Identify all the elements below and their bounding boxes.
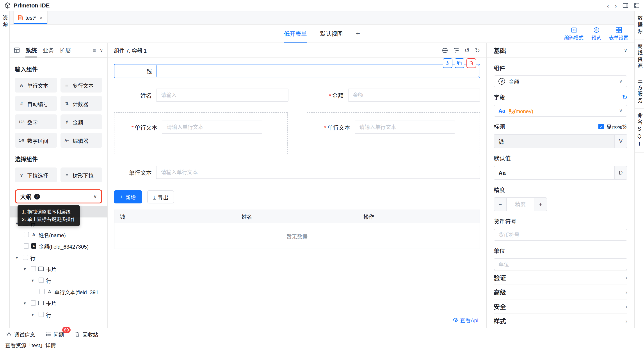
component-number-range[interactable]: 1-9数字区间 <box>15 133 57 148</box>
caret-down-icon[interactable]: ▾ <box>16 255 20 260</box>
component-number[interactable]: 123数字 <box>15 114 57 129</box>
component-editor[interactable]: A≡编辑器 <box>60 133 102 148</box>
code-mode-button[interactable]: 编码模式 <box>564 26 584 40</box>
currency-symbol-input[interactable] <box>494 229 627 241</box>
show-label-checkbox[interactable]: ✓ <box>598 124 604 129</box>
nav-back-icon[interactable]: ‹ <box>607 2 609 8</box>
caret-down-icon[interactable]: ▾ <box>32 312 36 317</box>
layout-toggle-icon[interactable] <box>622 3 628 8</box>
minus-button[interactable]: − <box>494 197 507 211</box>
section-security[interactable]: 安全› <box>494 299 627 314</box>
plus-button[interactable]: + <box>534 197 547 211</box>
tab-extension[interactable]: 扩展 <box>60 43 71 58</box>
tree-checkbox[interactable] <box>31 266 36 272</box>
preview-button[interactable]: 预览 <box>592 26 601 40</box>
section-validation[interactable]: 验证› <box>494 270 627 284</box>
resources-strip-label[interactable]: 资源 <box>0 15 9 28</box>
form-settings-button[interactable]: 表单设置 <box>609 26 628 40</box>
globe-icon[interactable] <box>442 47 448 53</box>
money-field-input[interactable] <box>156 65 479 77</box>
name-field-input[interactable] <box>156 88 288 102</box>
section-style[interactable]: 样式› <box>494 314 627 328</box>
tree-checkbox[interactable] <box>24 243 29 248</box>
component-tree-dropdown[interactable]: ≡树形下拉 <box>60 168 102 182</box>
field-settings-button[interactable] <box>443 58 452 68</box>
export-button[interactable]: ↓导出 <box>147 190 174 204</box>
tree-checkbox[interactable] <box>31 300 36 306</box>
amount-field-input[interactable] <box>348 88 480 102</box>
card1-text-input[interactable] <box>162 120 262 134</box>
caret-down-icon[interactable]: ▾ <box>24 266 28 271</box>
view-tab-form[interactable]: 低开表单 <box>284 24 307 42</box>
recycle-bin-button[interactable]: 回收站 <box>74 330 98 338</box>
view-tab-default[interactable]: 默认视图 <box>320 24 343 42</box>
section-advanced[interactable]: 高级› <box>494 284 627 299</box>
field-delete-button[interactable] <box>466 58 476 68</box>
component-money[interactable]: ¥金额 <box>60 114 102 129</box>
debug-info-button[interactable]: 调试信息 <box>6 330 35 338</box>
tree-checkbox[interactable] <box>23 255 28 260</box>
add-view-button[interactable]: + <box>356 24 360 42</box>
table-header-actions: 操作 <box>358 210 480 223</box>
layout-grid-icon[interactable] <box>14 43 20 58</box>
caret-down-icon[interactable]: ▾ <box>32 278 36 282</box>
tree-checkbox[interactable] <box>38 312 44 317</box>
data-table: 钱 姓名 操作 暂无数据 <box>114 210 480 249</box>
tree-checkbox[interactable] <box>38 278 44 283</box>
tree-checkbox[interactable] <box>24 232 29 237</box>
strip-item-named-sql[interactable]: 命名SQl <box>635 109 644 152</box>
outline-section-header[interactable]: 大纲 i ∨ <box>15 190 102 204</box>
tab-close-icon[interactable]: × <box>40 14 43 21</box>
nav-forward-icon[interactable]: › <box>615 2 617 8</box>
tree-row-card[interactable]: ▾卡片 <box>15 297 102 309</box>
panel-menu-icon[interactable]: ≡ <box>92 47 96 54</box>
field-select[interactable]: Aa 钱(money) ∨ <box>494 105 627 117</box>
title-variable-button[interactable]: V <box>614 134 627 148</box>
card-container-1[interactable]: *单行文本 <box>114 112 287 154</box>
card-container-2[interactable]: *单行文本 <box>307 112 480 154</box>
precision-input[interactable] <box>507 197 534 211</box>
chevron-down-icon[interactable]: ∨ <box>624 47 627 53</box>
component-auto-number[interactable]: #自动编号 <box>15 96 57 111</box>
redo-icon[interactable]: ↻ <box>475 47 480 53</box>
document-tab-test[interactable]: test* × <box>13 12 48 24</box>
table-header-name: 姓名 <box>236 210 358 223</box>
tree-row-name-field[interactable]: A姓名(name) <box>15 229 102 240</box>
caret-down-icon[interactable]: ▾ <box>24 300 28 306</box>
tree-row-row[interactable]: ▾行 <box>15 309 102 320</box>
tree-row-row[interactable]: ▾行 <box>15 274 102 286</box>
component-select[interactable]: ¥ 金额 ∨ <box>494 76 627 87</box>
tree-checkbox[interactable] <box>40 289 45 294</box>
strip-item-datasource[interactable]: 数据源 <box>635 12 644 40</box>
tree-row-card[interactable]: ▾卡片 <box>15 263 102 274</box>
card2-text-input[interactable] <box>354 120 455 134</box>
default-value-dynamic-button[interactable]: D <box>614 166 627 180</box>
tree-row-amount-field[interactable]: ¥金额(field_63427305) <box>15 240 102 252</box>
view-api-link[interactable]: 查看Api <box>453 316 478 324</box>
add-button[interactable]: +新增 <box>114 190 142 204</box>
save-icon[interactable] <box>634 3 640 8</box>
undo-icon[interactable]: ↺ <box>464 47 470 53</box>
component-single-line-text[interactable]: A单行文本 <box>15 78 57 92</box>
view-toolbar: 低开表单 默认视图 + 编码模式 预览 表单设置 <box>10 24 634 43</box>
field-copy-button[interactable] <box>454 58 464 68</box>
component-multi-line-text[interactable]: ≣多行文本 <box>60 78 102 92</box>
tree-row-row[interactable]: ▾行 <box>15 252 102 263</box>
panel-collapse-icon[interactable]: ∨ <box>100 48 103 52</box>
default-value-input[interactable]: Aa <box>494 166 614 180</box>
problems-button[interactable]: 问题 89 <box>46 330 64 338</box>
component-dropdown-select[interactable]: ∨下拉选择 <box>15 168 57 182</box>
unit-input[interactable] <box>494 258 627 270</box>
tree-row-single-line-field[interactable]: A单行文本(field_391 <box>15 286 102 297</box>
refresh-icon[interactable]: ↻ <box>622 94 627 100</box>
strip-item-third-party-services[interactable]: 三方服务 <box>635 74 644 109</box>
selected-money-field[interactable]: 钱 <box>114 64 480 78</box>
component-counter[interactable]: ⇅计数器 <box>60 96 102 111</box>
title-input[interactable] <box>494 134 614 148</box>
bottom-text-input[interactable] <box>156 166 480 179</box>
tab-business[interactable]: 业务 <box>42 43 54 58</box>
outline-structure-icon[interactable] <box>453 47 459 53</box>
strip-item-offline-resources[interactable]: 离线资源 <box>635 40 644 74</box>
chevron-down-icon[interactable]: ∨ <box>94 194 97 199</box>
tab-system[interactable]: 系统 <box>26 43 37 58</box>
